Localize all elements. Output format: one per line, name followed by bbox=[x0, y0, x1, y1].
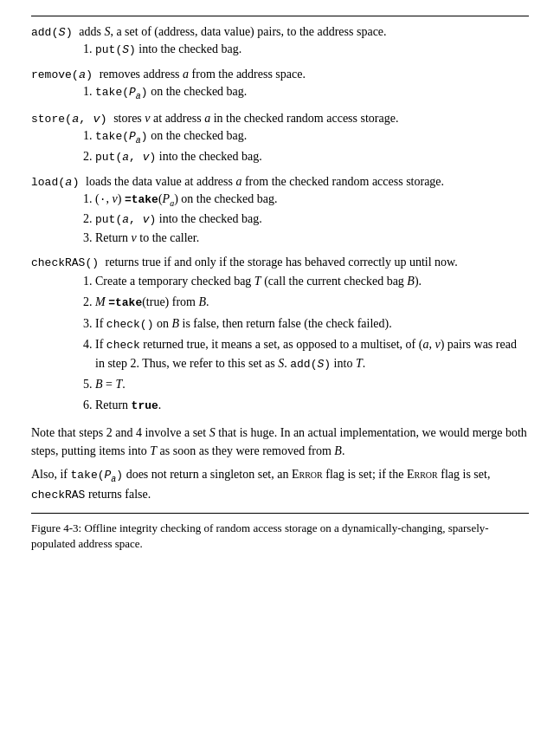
entry-checkras: checkRAS() returns true if and only if t… bbox=[31, 256, 529, 415]
note-1: Note that steps 2 and 4 involve a set S … bbox=[31, 424, 529, 460]
add-step-1: put(S) into the checked bag. bbox=[95, 41, 529, 59]
bottom-rule bbox=[31, 513, 529, 514]
store-step-2: put(a, v) into the checked bag. bbox=[95, 148, 529, 166]
note-block: Note that steps 2 and 4 involve a set S … bbox=[31, 424, 529, 504]
remove-steps: take(Pa) on the checked bag. bbox=[80, 83, 529, 103]
checkras-step-2: M =take(true) from B. bbox=[95, 293, 529, 312]
load-desc: loads the data value at address a from t… bbox=[83, 175, 529, 189]
remove-label: remove(a) bbox=[31, 68, 93, 81]
store-desc: stores v at address a in the checked ran… bbox=[111, 112, 529, 126]
figure-caption: Figure 4-3: Offline integrity checking o… bbox=[31, 521, 529, 552]
checkras-desc: returns true if and only if the storage … bbox=[102, 256, 529, 269]
load-step-1: (·, v) =take(Pa) on the checked bag. bbox=[95, 191, 529, 210]
figure-caption-text: Figure 4-3: Offline integrity checking o… bbox=[31, 521, 489, 550]
load-step-3: Return v to the caller. bbox=[95, 230, 529, 247]
note-2: Also, if take(Pa) does not return a sing… bbox=[31, 465, 529, 504]
add-label: add(S) bbox=[31, 26, 73, 39]
entry-add: add(S) adds S, a set of (address, data v… bbox=[31, 25, 529, 59]
entry-load: load(a) loads the data value at address … bbox=[31, 175, 529, 247]
load-label: load(a) bbox=[31, 176, 80, 189]
add-desc: adds S, a set of (address, data value) p… bbox=[76, 25, 529, 39]
checkras-step-6: Return true. bbox=[95, 396, 529, 415]
entry-store: store(a, v) stores v at address a in the… bbox=[31, 112, 529, 166]
entry-remove: remove(a) removes address a from the add… bbox=[31, 68, 529, 103]
store-step-1: take(Pa) on the checked bag. bbox=[95, 127, 529, 147]
page-content: add(S) adds S, a set of (address, data v… bbox=[0, 9, 560, 559]
load-steps: (·, v) =take(Pa) on the checked bag. put… bbox=[80, 191, 529, 247]
entry-load-head: load(a) loads the data value at address … bbox=[31, 175, 529, 189]
checkras-label: checkRAS() bbox=[31, 256, 99, 269]
store-label: store(a, v) bbox=[31, 113, 107, 126]
remove-desc: removes address a from the address space… bbox=[96, 68, 529, 81]
checkras-step-1: Create a temporary checked bag T (call t… bbox=[95, 272, 529, 290]
load-step-2: put(a, v) into the checked bag. bbox=[95, 210, 529, 229]
checkras-step-3: If check() on B is false, then return fa… bbox=[95, 314, 529, 333]
store-steps: take(Pa) on the checked bag. put(a, v) i… bbox=[80, 127, 529, 166]
entry-add-head: add(S) adds S, a set of (address, data v… bbox=[31, 25, 529, 39]
entry-store-head: store(a, v) stores v at address a in the… bbox=[31, 112, 529, 126]
checkras-head: checkRAS() returns true if and only if t… bbox=[31, 256, 529, 269]
checkras-step-5: B = T. bbox=[95, 375, 529, 393]
checkras-steps: Create a temporary checked bag T (call t… bbox=[80, 272, 529, 415]
add-steps: put(S) into the checked bag. bbox=[80, 41, 529, 59]
entry-remove-head: remove(a) removes address a from the add… bbox=[31, 68, 529, 81]
remove-step-1: take(Pa) on the checked bag. bbox=[95, 83, 529, 103]
top-rule bbox=[31, 16, 529, 16]
checkras-step-4: If check returned true, it means a set, … bbox=[95, 335, 529, 372]
